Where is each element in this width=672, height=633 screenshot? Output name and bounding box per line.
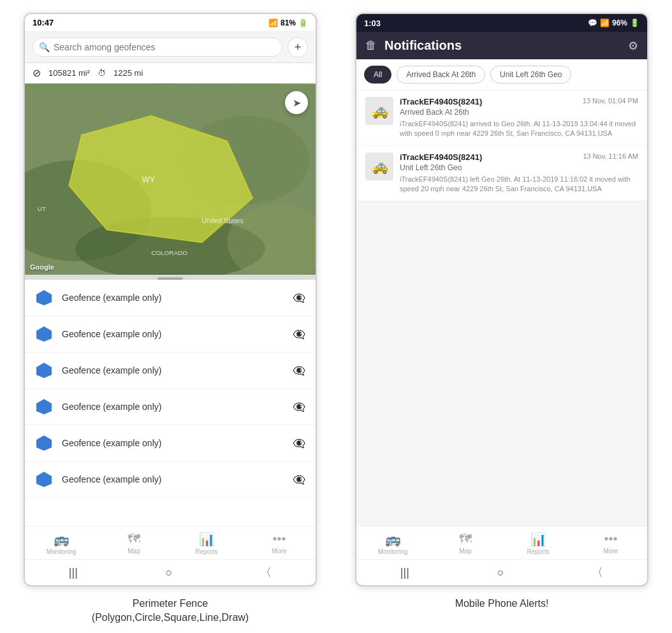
geo-visibility-icon[interactable]: 👁‍🗨 [293,474,305,486]
car-icon: 🚕 [371,103,388,119]
nav-map[interactable]: 🗺 Map [98,530,170,557]
home-icon[interactable]: ○ [166,566,173,579]
geo-polygon-icon [35,470,53,488]
compass-button[interactable]: ➤ [285,91,308,114]
svg-marker-10 [36,290,52,305]
filter-left[interactable]: Unit Left 26th Geo [490,66,571,84]
geofence-item[interactable]: Geofence (example only) 👁‍🗨 [25,425,316,462]
reports-label: Reports [527,548,549,555]
geofence-item[interactable]: Geofence (example only) 👁‍🗨 [25,280,316,316]
nav-monitoring[interactable]: 🚌 Monitoring [25,530,98,557]
signal-strength: 81% [281,18,296,27]
search-icon: 🔍 [39,42,50,52]
geo-item-name: Geofence (example only) [62,293,284,303]
trash-icon[interactable]: 🗑 [365,39,377,52]
add-geofence-button[interactable]: + [288,37,308,57]
svg-marker-14 [36,435,52,451]
search-bar: 🔍 + [25,32,316,63]
right-status-right: 💬 📶 96% 🔋 [588,18,639,27]
right-bottom-nav: 🚌 Monitoring 🗺 Map 📊 Reports ••• More [356,526,647,559]
geo-visibility-icon[interactable]: 👁‍🗨 [293,437,305,449]
geo-item-name: Geofence (example only) [62,438,284,448]
geo-item-name: Geofence (example only) [62,474,284,484]
right-time: 1:03 [364,18,381,28]
clock-icon: ⏱ [98,68,106,78]
left-bottom-nav: 🚌 Monitoring 🗺 Map 📊 Reports ••• More [25,526,316,559]
notif-top-row: iTrackEF4940S(8241) 13 Nov, 11:16 AM [400,152,638,162]
geofence-item[interactable]: Geofence (example only) 👁‍🗨 [25,389,316,425]
nav-monitoring[interactable]: 🚌 Monitoring [356,530,429,557]
android-nav-bar: ||| ○ 〈 [356,559,647,585]
notification-item[interactable]: 🚕 iTrackEF4940S(8241) 13 Nov, 11:16 AM U… [356,146,647,201]
left-caption: Perimeter Fence(Polygon,Circle,Square,Li… [92,597,249,625]
vehicle-avatar: 🚕 [365,97,393,125]
monitoring-label: Monitoring [47,548,77,555]
google-logo: Google [30,263,54,271]
geo-item-name: Geofence (example only) [62,402,284,412]
wifi-icon: 📶 [268,18,278,27]
nav-reports[interactable]: 📊 Reports [502,530,574,557]
reports-icon: 📊 [199,532,215,547]
search-input[interactable] [33,38,282,57]
right-caption: Mobile Phone Alerts! [455,597,549,611]
notif-device-name: iTrackEF4940S(8241) [400,152,482,162]
geo-polygon-icon [35,289,53,307]
notif-timestamp: 13 Nov, 11:16 AM [583,152,638,160]
monitoring-icon: 🚌 [54,532,69,547]
back-icon[interactable]: 〈 [592,565,603,580]
map-area[interactable]: WY United States COLORADO UT ➤ Google [25,84,316,275]
search-wrap[interactable]: 🔍 [33,38,282,57]
svg-text:COLORADO: COLORADO [151,249,187,256]
distance-stat: 1225 mi [113,68,143,78]
notification-content: iTrackEF4940S(8241) 13 Nov, 01:04 PM Arr… [400,97,638,139]
geofence-item[interactable]: Geofence (example only) 👁‍🗨 [25,462,316,498]
notif-timestamp: 13 Nov, 01:04 PM [583,97,638,105]
recent-apps-icon[interactable]: ||| [69,566,78,579]
recent-apps-icon[interactable]: ||| [400,566,409,579]
signal-strength: 96% [612,18,627,27]
geo-visibility-icon[interactable]: 👁‍🗨 [293,292,305,304]
nav-more[interactable]: ••• More [243,530,316,557]
empty-area [356,201,647,380]
geo-visibility-icon[interactable]: 👁‍🗨 [293,365,305,377]
nav-map[interactable]: 🗺 Map [429,530,502,557]
notif-top-row: iTrackEF4940S(8241) 13 Nov, 01:04 PM [400,97,638,106]
geo-polygon-icon [35,434,53,452]
monitoring-label: Monitoring [378,548,408,555]
hatch-icon: ⊘ [33,67,41,79]
svg-marker-12 [36,363,52,378]
notif-subtitle: Arrived Back At 26th [400,108,638,117]
notifications-list[interactable]: 🚕 iTrackEF4940S(8241) 13 Nov, 01:04 PM A… [356,91,647,526]
back-icon[interactable]: 〈 [260,565,272,580]
geofence-item[interactable]: Geofence (example only) 👁‍🗨 [25,316,316,353]
vehicle-avatar: 🚕 [365,152,393,180]
svg-text:WY: WY [142,175,155,184]
scroll-indicator [25,275,316,280]
map-label: Map [459,548,471,555]
nav-more[interactable]: ••• More [574,530,647,557]
right-status-bar: 1:03 💬 📶 96% 🔋 [356,14,647,32]
left-status-bar: 10:47 📶 81% 🔋 [25,14,316,32]
wifi-icon: 📶 [600,18,610,27]
geo-item-name: Geofence (example only) [62,329,284,339]
geo-item-name: Geofence (example only) [62,365,284,375]
notification-item[interactable]: 🚕 iTrackEF4940S(8241) 13 Nov, 01:04 PM A… [356,91,647,146]
battery-icon: 🔋 [298,18,308,27]
geo-visibility-icon[interactable]: 👁‍🗨 [293,401,305,413]
home-icon[interactable]: ○ [497,566,504,579]
map-icon: 🗺 [128,532,140,546]
geofence-list[interactable]: Geofence (example only) 👁‍🗨 Geofence (ex… [25,280,316,526]
geofence-item[interactable]: Geofence (example only) 👁‍🗨 [25,353,316,389]
notification-content: iTrackEF4940S(8241) 13 Nov, 11:16 AM Uni… [400,152,638,194]
svg-text:UT: UT [38,205,46,212]
settings-icon[interactable]: ⚙ [628,39,638,53]
filter-arrived[interactable]: Arrived Back At 26th [397,66,485,84]
left-status-right: 📶 81% 🔋 [268,18,308,27]
nav-reports[interactable]: 📊 Reports [170,530,243,557]
reports-label: Reports [195,548,217,555]
filter-all[interactable]: All [364,66,391,84]
geo-visibility-icon[interactable]: 👁‍🗨 [293,328,305,340]
map-icon: 🗺 [459,532,472,546]
notifications-header: 🗑 Notifications ⚙ [356,32,647,59]
notif-body: iTrackEF4940S(8241) left Geo 26th. At 11… [400,175,638,194]
